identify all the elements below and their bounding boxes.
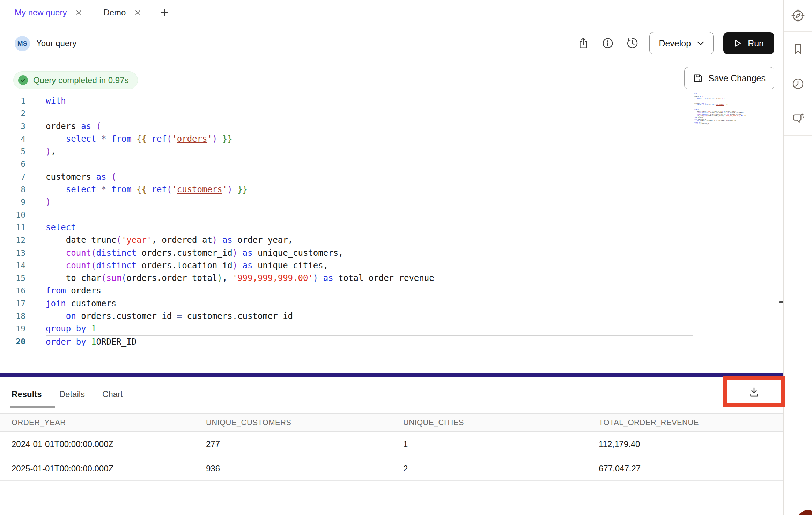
minimap-line: order by 1ORDER_ID	[694, 123, 746, 125]
tab-chart[interactable]: Chart	[102, 389, 123, 399]
sidebar-item-explore[interactable]	[784, 0, 812, 32]
status-badge-text: Query completed in 0.97s	[33, 75, 128, 85]
code-token: join	[46, 299, 66, 308]
code-token: from	[111, 134, 132, 144]
code-line[interactable]: select	[46, 221, 693, 234]
code-token: customers.customer_id	[717, 120, 736, 121]
panel-resizer[interactable]	[0, 373, 783, 377]
code-token: sum	[704, 115, 707, 117]
code-token: as	[323, 273, 333, 283]
code-line[interactable]	[46, 158, 693, 170]
code-token: )	[212, 134, 217, 144]
code-token: as	[243, 248, 253, 258]
code-token: sum	[106, 273, 121, 283]
sidebar-item-ai-chat[interactable]	[784, 101, 812, 136]
code-token: (	[167, 134, 172, 144]
code-token: )	[694, 105, 694, 107]
code-line[interactable]: join customers	[46, 297, 693, 310]
code-token: =	[177, 311, 182, 321]
code-token: select	[46, 223, 76, 232]
avatar[interactable]: MS	[15, 36, 30, 51]
code-token	[217, 235, 222, 245]
tab-my-new-query[interactable]: My new query	[0, 0, 92, 25]
tab-bar: My new queryDemo	[0, 0, 783, 25]
page-title: Your query	[36, 38, 76, 48]
close-icon[interactable]	[75, 9, 83, 16]
code-token: (	[91, 248, 96, 258]
code-token: (	[96, 121, 101, 131]
code-token: '	[207, 134, 212, 144]
code-token: distinct	[96, 248, 137, 258]
header-actions: Develop Run	[576, 25, 774, 61]
line-number: 3	[0, 120, 25, 133]
right-sidebar	[783, 0, 812, 515]
code-line[interactable]: date_trunc('year', ordered_at) as order_…	[46, 234, 693, 246]
code-token: )	[227, 185, 232, 194]
info-button[interactable]	[600, 36, 615, 51]
sidebar-item-bookmarks[interactable]	[784, 32, 812, 66]
download-button[interactable]	[747, 385, 761, 398]
code-token: ,	[51, 147, 56, 156]
code-line[interactable]: on orders.customer_id = customers.custom…	[46, 310, 693, 322]
code-line[interactable]: orders as (	[46, 120, 693, 133]
run-button[interactable]: Run	[723, 32, 774, 54]
code-token	[96, 185, 101, 194]
line-number: 20	[0, 335, 25, 348]
code-token: 1	[91, 324, 96, 334]
code-token	[232, 185, 237, 194]
develop-button[interactable]: Develop	[649, 32, 714, 54]
clock-icon	[791, 77, 805, 91]
code-token: from	[705, 104, 708, 105]
code-token: )	[46, 197, 51, 207]
tab-demo[interactable]: Demo	[92, 0, 151, 25]
code-line[interactable]: with	[46, 95, 693, 107]
code-token: }}	[726, 104, 728, 105]
code-lines[interactable]: withorders as ( select * from {{ ref('or…	[46, 95, 693, 348]
code-token: with	[46, 96, 66, 106]
line-number: 2	[0, 107, 25, 120]
code-token	[46, 311, 66, 321]
code-token: count	[66, 261, 91, 270]
table-row[interactable]: 2024-01-01T00:00:00.000Z2771112,179.40	[0, 432, 783, 456]
code-line[interactable]: to_char(sum(orders.order_total), '999,99…	[46, 272, 693, 284]
status-badge: Query completed in 0.97s	[13, 71, 138, 89]
sidebar-item-history[interactable]	[784, 66, 812, 101]
code-token: unique_cities,	[252, 261, 328, 270]
code-token	[46, 261, 66, 270]
code-token: as	[96, 172, 106, 182]
develop-button-label: Develop	[659, 38, 691, 48]
new-tab-button[interactable]	[151, 0, 178, 25]
table-cell: 2	[403, 464, 599, 473]
code-token	[132, 134, 136, 144]
code-line[interactable]: count(distinct orders.customer_id) as un…	[46, 247, 693, 259]
table-row[interactable]: 2025-01-01T00:00:00.000Z9362677,047.27	[0, 456, 783, 481]
code-token: customers	[46, 172, 96, 182]
code-line[interactable]: ),	[46, 145, 693, 158]
history-button[interactable]	[625, 36, 640, 51]
code-token: ref	[152, 134, 167, 144]
code-token: orders.location_id	[136, 261, 232, 270]
code-line[interactable]	[46, 209, 693, 221]
code-token: distinct	[96, 261, 137, 270]
code-token: orders	[46, 121, 81, 131]
tab-label: Demo	[103, 8, 126, 17]
code-line[interactable]: customers as (	[46, 171, 693, 183]
share-button[interactable]	[576, 36, 591, 51]
code-line[interactable]: order by 1ORDER_ID	[46, 335, 693, 348]
code-line[interactable]: )	[46, 196, 693, 208]
save-changes-button[interactable]: Save Changes	[684, 67, 774, 89]
code-line[interactable]: select * from {{ ref('customers') }}	[46, 183, 693, 196]
code-token: as	[243, 261, 253, 270]
code-token: group by	[46, 324, 86, 334]
code-line[interactable]: count(distinct orders.location_id) as un…	[46, 259, 693, 272]
minimap[interactable]: withorders as ( select * from {{ ref('or…	[694, 93, 746, 197]
tab-details[interactable]: Details	[59, 389, 85, 399]
code-line[interactable]: select * from {{ ref('orders') }}	[46, 133, 693, 145]
tab-results[interactable]: Results	[12, 389, 42, 399]
code-token: to_char	[46, 273, 101, 283]
code-line[interactable]: group by 1	[46, 322, 693, 335]
code-line[interactable]: from orders	[46, 284, 693, 297]
code-token: )	[217, 273, 222, 283]
close-icon[interactable]	[134, 9, 142, 16]
code-line[interactable]	[46, 107, 693, 120]
